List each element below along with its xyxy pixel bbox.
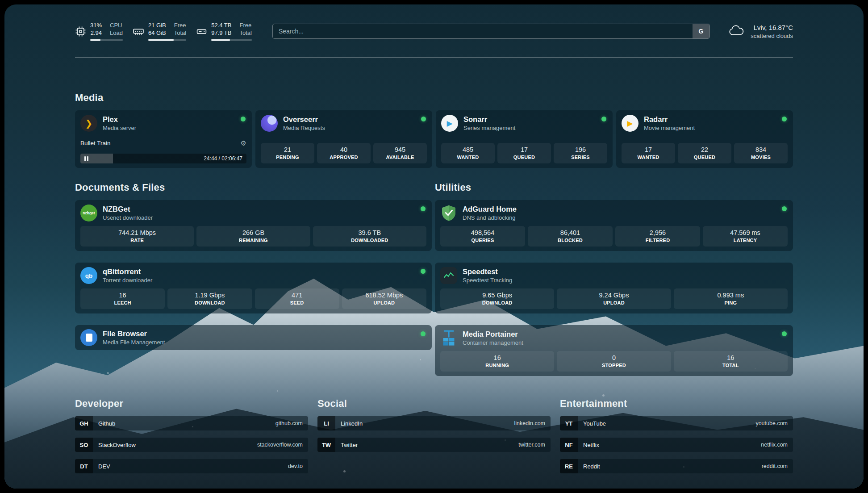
bookmark-link[interactable]: RERedditreddit.com: [560, 459, 793, 473]
stat-value: 0.993 ms: [676, 291, 786, 300]
bookmark-url: dev.to: [288, 463, 303, 469]
stat-box: 1.19 GbpsDOWNLOAD: [167, 288, 252, 309]
disk-icon: [196, 26, 207, 37]
system-monitors: 31% 2.94 CPU Load: [75, 21, 252, 41]
filebrowser-card[interactable]: File Browser Media File Management: [75, 325, 432, 350]
stat-value: 471: [257, 291, 338, 300]
stat-box: 485WANTED: [441, 143, 495, 163]
ram-usage-bar: [148, 39, 186, 41]
search-input[interactable]: [272, 24, 710, 39]
stat-label: RATE: [82, 237, 192, 244]
now-playing-title: Bullet Train: [80, 140, 111, 146]
app-title: Media Portainer: [463, 330, 523, 339]
adguard-shield-icon: [440, 205, 457, 221]
app-subtitle: Torrent downloader: [103, 276, 152, 284]
stat-value: 17: [623, 146, 673, 154]
weather-widget[interactable]: Lviv, 16.87°C scattered clouds: [728, 23, 793, 40]
app-subtitle: Series management: [463, 124, 515, 132]
stat-value: 9.65 Gbps: [442, 291, 552, 300]
bookmark-link[interactable]: NFNetflixnetflix.com: [560, 438, 793, 452]
search-engine-button[interactable]: G: [693, 24, 709, 38]
stats-row: 498,564QUERIES86,401BLOCKED2,956FILTERED…: [440, 226, 788, 246]
radarr-card[interactable]: ▶ Radarr Movie management 17WANTED22QUEU…: [616, 110, 793, 168]
overseerr-card[interactable]: Overseerr Media Requests 21PENDING40APPR…: [255, 110, 432, 168]
cpu-usage-bar: [90, 39, 123, 41]
weather-location: Lviv, 16.87°C: [751, 23, 793, 32]
stat-box: 498,564QUERIES: [440, 226, 525, 246]
pause-icon[interactable]: [84, 156, 88, 161]
stat-label: SERIES: [555, 154, 605, 161]
bookmark-link[interactable]: YTYouTubeyoutube.com: [560, 416, 793, 430]
bookmark-url: stackoverflow.com: [257, 442, 303, 448]
qbittorrent-card[interactable]: qb qBittorrent Torrent downloader 16LEEC…: [75, 263, 432, 313]
bookmark-abbr: YT: [560, 416, 578, 430]
stat-label: MOVIES: [736, 154, 786, 161]
documents-section-title: Documents & Files: [75, 181, 432, 194]
media-card-row: ❯ Plex Media server Bullet Train ⚙ 24:44…: [75, 110, 793, 168]
stat-box: 86,401BLOCKED: [528, 226, 613, 246]
qbittorrent-icon: qb: [80, 267, 97, 284]
playback-progress-bar[interactable]: 24:44 / 02:06:47: [80, 154, 246, 163]
app-subtitle: Usenet downloader: [103, 214, 153, 221]
plex-card[interactable]: ❯ Plex Media server Bullet Train ⚙ 24:44…: [75, 110, 252, 168]
bookmark-url: linkedin.com: [514, 420, 545, 426]
bookmark-link[interactable]: DTDEVdev.to: [75, 459, 308, 473]
stats-row: 9.65 GbpsDOWNLOAD9.24 GbpsUPLOAD0.993 ms…: [440, 288, 788, 309]
stat-value: 22: [680, 146, 730, 154]
portainer-icon: [440, 330, 457, 347]
sonarr-card[interactable]: ▶ Sonarr Series management 485WANTED17QU…: [436, 110, 613, 168]
stat-box: 22QUEUED: [678, 143, 731, 163]
ram-monitor: 21 GiB 64 GiB Free Total: [133, 21, 186, 41]
app-title: qBittorrent: [103, 267, 152, 276]
status-online-dot: [241, 117, 246, 121]
speedtest-card[interactable]: Speedtest Speedtest Tracking 9.65 GbpsDO…: [435, 263, 793, 313]
bookmark-link[interactable]: LILinkedInlinkedin.com: [317, 416, 551, 430]
bookmark-name: Twitter: [341, 442, 358, 448]
weather-condition: scattered clouds: [751, 32, 793, 40]
stat-label: WANTED: [623, 154, 673, 161]
stat-label: PING: [676, 300, 786, 306]
stat-box: 9.24 GbpsUPLOAD: [557, 288, 671, 309]
portainer-card[interactable]: Media Portainer Container management 16R…: [435, 325, 793, 376]
stat-label: DOWNLOAD: [169, 300, 250, 306]
stat-value: 266 GB: [198, 229, 308, 237]
stat-label: DOWNLOAD: [442, 300, 552, 306]
stat-box: 47.569 msLATENCY: [703, 226, 788, 246]
status-online-dot: [421, 206, 426, 211]
top-bar: 31% 2.94 CPU Load: [75, 21, 793, 42]
playback-time: 24:44 / 02:06:47: [204, 155, 242, 162]
stat-value: 9.24 Gbps: [559, 291, 669, 300]
stat-value: 2,956: [617, 229, 698, 237]
status-online-dot: [601, 117, 606, 121]
bookmark-link[interactable]: SOStackOverflowstackoverflow.com: [75, 438, 308, 452]
filebrowser-icon: [80, 329, 97, 346]
cpu-label: CPU: [110, 21, 123, 29]
stat-value: 47.569 ms: [705, 229, 786, 237]
dashboard-window: 31% 2.94 CPU Load: [4, 4, 864, 489]
disk-total-label: Total: [239, 29, 251, 37]
bookmarks-section: Developer GHGithubgithub.comSOStackOverf…: [75, 397, 793, 473]
radarr-icon: ▶: [622, 115, 638, 132]
ram-free-label: Free: [174, 21, 186, 29]
gear-icon[interactable]: ⚙: [241, 140, 246, 146]
bookmark-name: DEV: [98, 463, 110, 470]
stats-row: 16LEECH1.19 GbpsDOWNLOAD471SEED618.52 Mb…: [80, 288, 426, 309]
app-title: Radarr: [644, 115, 695, 124]
bookmark-url: twitter.com: [518, 442, 545, 448]
app-subtitle: Media server: [103, 124, 136, 132]
utilities-section-title: Utilities: [435, 181, 793, 194]
stat-label: UPLOAD: [344, 300, 425, 306]
bookmark-link[interactable]: GHGithubgithub.com: [75, 416, 308, 430]
disk-monitor: 52.4 TB 97.9 TB Free Total: [196, 21, 252, 41]
bookmark-abbr: SO: [75, 438, 93, 452]
stat-label: RUNNING: [442, 362, 552, 369]
bookmark-name: YouTube: [583, 420, 606, 427]
nzbget-card[interactable]: nzbget NZBGet Usenet downloader 744.21 M…: [75, 200, 432, 251]
stat-label: WANTED: [443, 154, 493, 161]
app-title: Overseerr: [283, 115, 325, 124]
adguard-card[interactable]: AdGuard Home DNS and adblocking 498,564Q…: [435, 200, 793, 251]
stat-box: 618.52 MbpsUPLOAD: [342, 288, 426, 309]
stat-box: 0.993 msPING: [674, 288, 788, 309]
bookmark-link[interactable]: TWTwittertwitter.com: [317, 438, 551, 452]
stat-label: QUEUED: [680, 154, 730, 161]
